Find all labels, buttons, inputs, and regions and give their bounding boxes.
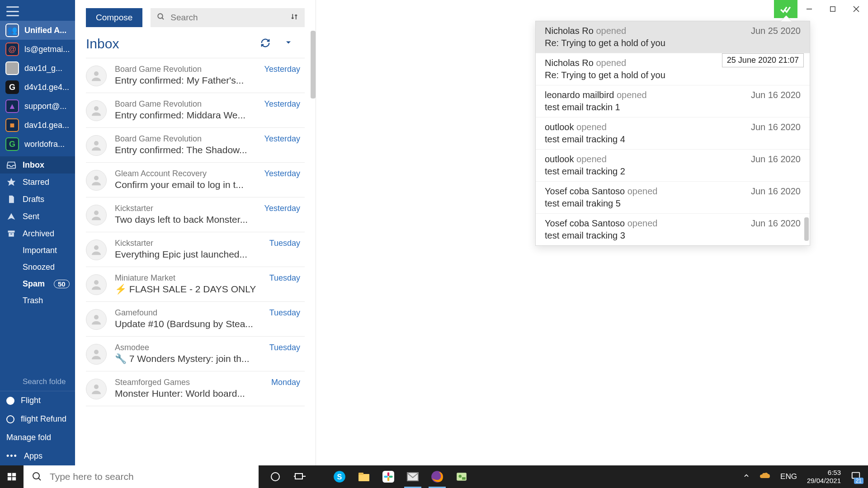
misc-app-icon[interactable] — [450, 465, 473, 488]
mail-app-icon[interactable] — [401, 465, 424, 488]
taskbar-search-input[interactable] — [50, 471, 250, 482]
tracking-subject: Re: Trying to get a hold of you — [545, 70, 801, 80]
folder-item[interactable]: Snoozed — [0, 259, 75, 276]
tracking-status: opened — [574, 154, 607, 164]
search-field-wrap[interactable] — [151, 8, 305, 27]
account-item[interactable]: ■dav1d.gea... — [0, 116, 75, 135]
svg-point-12 — [94, 280, 99, 285]
account-item[interactable]: ▲support@... — [0, 97, 75, 116]
minimize-button[interactable] — [797, 0, 821, 18]
account-item[interactable]: @ls@getmai... — [0, 40, 75, 59]
mail-item[interactable]: Board Game RevolutionYesterdayEntry conf… — [86, 128, 305, 163]
tracking-item[interactable]: Yosef coba Santoso openedJun 16 2020test… — [536, 213, 810, 245]
tag-dot-icon — [6, 397, 14, 405]
language-indicator[interactable]: ENG — [780, 472, 797, 481]
mail-item[interactable]: KickstarterTuesdayEverything Epic just l… — [86, 232, 305, 267]
folder-label: Drafts — [23, 195, 44, 204]
compose-button[interactable]: Compose — [86, 8, 142, 27]
manage-folders[interactable]: Manage fold — [0, 428, 75, 447]
tag-item[interactable]: Flight — [0, 391, 75, 410]
folder-item[interactable]: Sent — [0, 208, 75, 225]
folder-label: Starred — [23, 178, 49, 187]
folder-item[interactable]: Trash — [0, 292, 75, 309]
tracking-status: opened — [625, 218, 657, 228]
start-button[interactable] — [0, 465, 24, 488]
clock[interactable]: 6:53 29/04/2021 — [807, 469, 841, 485]
popup-arrow — [781, 16, 792, 21]
svg-line-5 — [162, 18, 164, 19]
search-input[interactable] — [170, 13, 285, 23]
svg-rect-23 — [12, 477, 16, 480]
tracking-item[interactable]: Nicholas Ro openedJun 25 2020Re: Trying … — [536, 21, 810, 53]
filter-dropdown-icon[interactable] — [284, 38, 293, 50]
tracking-item[interactable]: outlook openedJun 16 2020test email trac… — [536, 149, 810, 181]
tracking-name: leonardo mailbird — [545, 90, 614, 100]
mail-list[interactable]: Board Game RevolutionYesterdayEntry conf… — [75, 58, 316, 465]
folder-item[interactable]: Inbox — [0, 156, 75, 174]
svg-point-42 — [459, 475, 462, 478]
tracking-subject: Re: Trying to get a hold of you — [545, 38, 801, 48]
mail-subject: Confirm your email to log in t... — [115, 179, 300, 190]
tracking-name: Nicholas Ro — [545, 26, 594, 36]
mail-item[interactable]: Gleam Account RecoveryYesterdayConfirm y… — [86, 163, 305, 197]
mail-sender: Asmodee — [115, 343, 149, 352]
account-item[interactable]: Gworldofra... — [0, 135, 75, 154]
hamburger-menu[interactable] — [0, 0, 75, 21]
mail-sender: Gleam Account Recovery — [115, 169, 207, 178]
tracking-item[interactable]: leonardo mailbird openedJun 16 2020test … — [536, 85, 810, 117]
search-folders[interactable]: Search folde — [0, 373, 75, 391]
tracking-button[interactable] — [774, 0, 797, 18]
mail-item[interactable]: Miniature MarketTuesday⚡ FLASH SALE - 2 … — [86, 267, 305, 302]
folder-item[interactable]: Important — [0, 242, 75, 259]
cortana-icon[interactable] — [264, 465, 287, 488]
tracking-item[interactable]: Yosef coba Santoso openedJun 16 2020test… — [536, 181, 810, 213]
close-button[interactable] — [844, 0, 868, 18]
tracking-date: Jun 25 2020 — [751, 26, 801, 36]
mail-sender: Board Game Revolution — [115, 99, 202, 109]
account-item[interactable]: dav1d_g... — [0, 59, 75, 78]
folder-item[interactable]: Archived — [0, 225, 75, 242]
avatar — [86, 309, 107, 330]
mail-item[interactable]: Steamforged GamesMondayMonster Hunter: W… — [86, 371, 305, 406]
svg-point-9 — [94, 176, 99, 180]
tray-expand-icon[interactable] — [743, 473, 750, 481]
explorer-icon[interactable] — [353, 465, 375, 488]
sort-icon[interactable] — [290, 13, 298, 23]
svg-rect-38 — [389, 476, 393, 478]
svg-rect-43 — [462, 477, 466, 479]
task-view-icon[interactable] — [288, 465, 311, 488]
folder-item[interactable]: Starred — [0, 174, 75, 191]
firefox-icon[interactable] — [426, 465, 448, 488]
onedrive-icon[interactable] — [760, 472, 770, 482]
mail-sender: Steamforged Games — [115, 378, 190, 387]
popup-scrollbar[interactable] — [804, 217, 809, 241]
list-scrollbar[interactable] — [311, 31, 316, 99]
refresh-icon[interactable] — [260, 38, 270, 50]
mail-item[interactable]: Board Game RevolutionYesterdayEntry conf… — [86, 58, 305, 93]
account-item[interactable]: 👥Unified A... — [0, 21, 75, 40]
account-item[interactable]: Gd4v1d.ge4... — [0, 78, 75, 97]
mail-item[interactable]: Board Game RevolutionYesterdayEntry conf… — [86, 93, 305, 128]
apps-row[interactable]: ••• Apps — [0, 447, 75, 465]
tracking-date: Jun 16 2020 — [751, 154, 801, 164]
star-icon — [6, 177, 16, 187]
svg-point-15 — [94, 385, 99, 389]
taskbar-search[interactable] — [24, 465, 259, 488]
notifications-icon[interactable]: 21 — [851, 471, 861, 483]
folder-item[interactable]: Spam50 — [0, 276, 75, 292]
tracking-subject: test email tracking 2 — [545, 166, 801, 177]
mail-item[interactable]: GamefoundTuesdayUpdate #10 (Bardsung by … — [86, 302, 305, 337]
tag-item[interactable]: flight Refund — [0, 410, 75, 428]
mail-item[interactable]: AsmodeeTuesday🔧 7 Wonders Mystery: join … — [86, 337, 305, 371]
folder-item[interactable]: Drafts — [0, 191, 75, 208]
skype-icon[interactable]: S — [328, 465, 351, 488]
account-label: dav1d_g... — [24, 64, 62, 73]
account-icon: G — [5, 80, 19, 94]
mail-item[interactable]: KickstarterYesterdayTwo days left to bac… — [86, 197, 305, 232]
tracking-date: Jun 16 2020 — [751, 218, 801, 229]
slack-icon[interactable] — [377, 465, 400, 488]
maximize-button[interactable] — [821, 0, 844, 18]
svg-point-6 — [94, 71, 99, 76]
tag-label: Flight — [21, 396, 41, 405]
tracking-item[interactable]: outlook openedJun 16 2020test email trac… — [536, 117, 810, 149]
